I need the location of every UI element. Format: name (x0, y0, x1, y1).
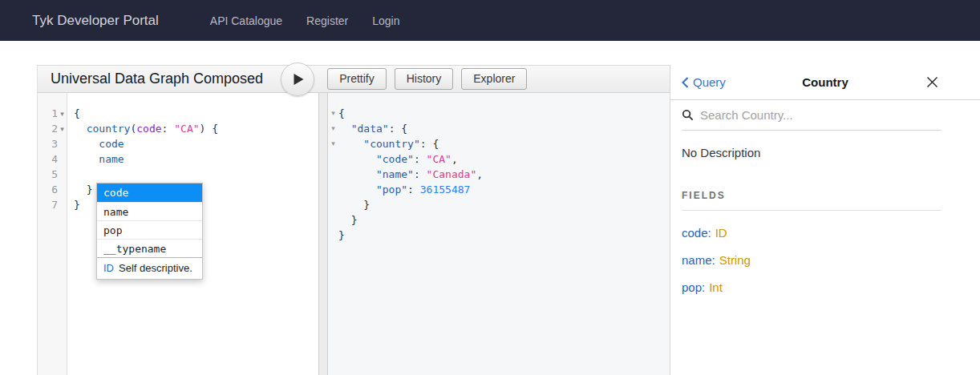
explorer-button[interactable]: Explorer (461, 68, 527, 90)
code-token: country (87, 123, 131, 135)
gutter-line: 4 (38, 151, 67, 167)
doc-fields-heading: FIELDS (682, 190, 942, 201)
fold-arrow-icon[interactable]: ▾ (328, 106, 338, 121)
code-token: ) { (200, 123, 218, 135)
code-token: , (476, 168, 483, 180)
code-token: "Canada" (427, 168, 477, 180)
code-line: "name": "Canada", (338, 167, 483, 182)
line-number: 2 (51, 123, 58, 135)
doc-back-link[interactable]: Query (682, 65, 726, 99)
code-token: : (407, 183, 420, 196)
history-button[interactable]: History (395, 68, 454, 90)
code-token: : { (420, 138, 439, 150)
result-line: } (328, 228, 670, 243)
fold-arrow-icon[interactable]: ▾ (58, 110, 67, 118)
code-token: } (338, 229, 345, 241)
result-line: "name": "Canada", (328, 167, 670, 182)
line-number: 3 (51, 138, 58, 150)
autocomplete-item-typename[interactable]: __typename (97, 239, 202, 257)
code-token: } (74, 183, 92, 196)
gutter-line: 2▾ (38, 121, 67, 136)
autocomplete-item-name[interactable]: name (97, 202, 202, 220)
code-line: "data": { (338, 121, 407, 136)
code-token: "name" (376, 168, 414, 180)
code-token: code (99, 138, 124, 150)
gutter-line: 3 (38, 136, 67, 151)
result-line: "pop": 36155487 (328, 182, 670, 197)
code-token: "code" (376, 153, 414, 165)
code-token: "CA" (427, 153, 452, 165)
code-line: "pop": 36155487 (338, 182, 470, 197)
fold-spacer (328, 167, 338, 182)
fold-spacer (328, 151, 338, 167)
code-line: name (74, 151, 318, 167)
fold-arrow-icon[interactable]: ▾ (328, 121, 338, 136)
fold-arrow-icon[interactable]: ▾ (58, 125, 67, 133)
fields-divider (682, 210, 942, 211)
code-token (338, 168, 376, 180)
doc-back-label: Query (693, 75, 726, 89)
autocomplete-info: IDSelf descriptive. (97, 257, 202, 279)
result-line: } (328, 212, 670, 228)
autocomplete-item-code[interactable]: code (97, 183, 202, 202)
nav-link-api-catalogue[interactable]: API Catalogue (210, 14, 282, 27)
code-line: } (338, 228, 345, 243)
code-token: } (338, 214, 357, 226)
autocomplete-type-label[interactable]: ID (103, 262, 114, 274)
top-navbar: Tyk Developer Portal API CatalogueRegist… (0, 0, 980, 41)
nav-link-login[interactable]: Login (372, 14, 399, 27)
gutter-line: 7 (38, 197, 67, 212)
code-line: { (74, 106, 318, 121)
field-name-link[interactable]: code (682, 226, 708, 240)
code-line: "country": { (338, 136, 439, 151)
result-line: } (328, 197, 670, 212)
search-icon (682, 109, 694, 121)
doc-field-code: code:ID (682, 226, 942, 240)
nav-link-register[interactable]: Register (306, 14, 348, 27)
code-token: } (338, 199, 370, 211)
close-icon (926, 77, 938, 91)
result-pane: ▾{▾ "data": {▾ "country": { "code": "CA"… (328, 93, 670, 375)
line-number: 7 (51, 199, 58, 211)
doc-explorer-header: Query Country (670, 65, 980, 100)
fold-arrow-icon[interactable]: ▾ (328, 136, 338, 151)
graphiql-toolbar: Universal Data Graph Composed PrettifyHi… (38, 66, 670, 93)
doc-close-button[interactable] (926, 76, 938, 88)
code-token (338, 138, 363, 150)
field-type-link[interactable]: String (719, 253, 751, 267)
doc-explorer: Query Country No Descript (670, 65, 980, 375)
code-token (74, 153, 99, 165)
code-token: { (74, 107, 80, 119)
field-colon: : (702, 280, 705, 294)
autocomplete-item-pop[interactable]: pop (97, 220, 202, 239)
code-line: "code": "CA", (338, 151, 458, 167)
field-type-link[interactable]: ID (715, 226, 727, 240)
result-line: ▾{ (328, 106, 670, 121)
result-line: "code": "CA", (328, 151, 670, 167)
result-line: ▾ "data": { (328, 121, 670, 136)
field-name-link[interactable]: pop (682, 280, 702, 294)
pane-resize-handle[interactable] (318, 93, 328, 375)
autocomplete-popup: codenamepop__typename IDSelf descriptive… (96, 183, 203, 280)
code-token: , (452, 153, 458, 165)
gutter-line: 5 (38, 167, 67, 182)
doc-search-input[interactable] (700, 108, 942, 122)
code-line (74, 167, 318, 182)
field-type-link[interactable]: Int (709, 280, 723, 294)
code-line: } (338, 197, 370, 212)
code-token: : (414, 168, 427, 180)
autocomplete-list: codenamepop__typename (97, 183, 202, 257)
code-token (338, 153, 376, 165)
execute-query-button[interactable] (281, 62, 314, 96)
line-number: 1 (51, 107, 58, 119)
code-line: code (74, 136, 318, 151)
fold-spacer (328, 182, 338, 197)
code-token: : { (389, 123, 407, 135)
field-name-link[interactable]: name (682, 253, 712, 267)
play-icon (290, 73, 305, 86)
graph-title: Universal Data Graph Composed (51, 71, 263, 87)
brand-title[interactable]: Tyk Developer Portal (32, 13, 159, 29)
code-token: "pop" (376, 183, 407, 196)
prettify-button[interactable]: Prettify (327, 68, 387, 90)
code-token: name (99, 153, 124, 165)
